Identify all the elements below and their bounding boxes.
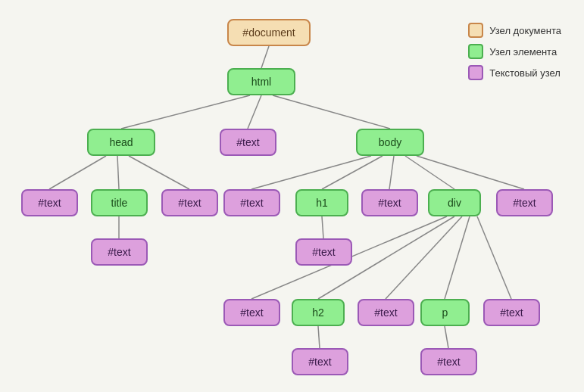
svg-line-10 (389, 156, 394, 189)
node-title: title (91, 189, 148, 216)
legend: Узел документа Узел элемента Текстовый у… (468, 23, 561, 80)
legend-text-box (468, 65, 483, 80)
node-text_h2: #text (292, 348, 348, 375)
svg-line-18 (477, 216, 511, 299)
legend-element: Узел элемента (468, 44, 561, 59)
svg-line-9 (322, 156, 383, 189)
svg-line-12 (417, 156, 524, 189)
node-html: html (227, 68, 295, 95)
node-div: div (428, 189, 481, 216)
legend-elem-box (468, 44, 483, 59)
node-text_p: #text (420, 348, 477, 375)
node-text_head1: #text (21, 189, 78, 216)
node-text_body3: #text (361, 189, 418, 216)
svg-line-8 (251, 156, 371, 189)
svg-line-20 (445, 326, 448, 348)
node-text_title: #text (91, 238, 148, 266)
legend-doc-box (468, 23, 483, 38)
svg-line-16 (386, 216, 462, 299)
node-text_div5: #text (483, 299, 540, 326)
node-h1: h1 (295, 189, 348, 216)
svg-line-17 (445, 216, 470, 299)
node-text_div1: #text (223, 299, 280, 326)
node-text_head3: #text (161, 189, 218, 216)
svg-line-2 (248, 95, 261, 129)
svg-line-5 (117, 156, 119, 189)
svg-line-19 (318, 326, 320, 348)
node-text_mid1: #text (220, 129, 276, 156)
legend-text-label: Текстовый узел (489, 67, 561, 79)
tree-diagram: #documenthtmlhead#textbody#texttitle#tex… (0, 0, 584, 392)
legend-elem-label: Узел элемента (489, 46, 557, 58)
legend-textnode: Текстовый узел (468, 65, 561, 80)
svg-line-1 (121, 95, 250, 129)
legend-document: Узел документа (468, 23, 561, 38)
node-text_body1: #text (223, 189, 280, 216)
svg-line-4 (49, 156, 106, 189)
node-h2: h2 (292, 299, 345, 326)
node-head: head (87, 129, 155, 156)
node-body: body (356, 129, 424, 156)
svg-line-13 (322, 216, 323, 238)
node-p: p (420, 299, 470, 326)
legend-doc-label: Узел документа (489, 25, 561, 36)
node-text_h1: #text (295, 238, 352, 266)
node-text_div3: #text (358, 299, 414, 326)
svg-line-3 (273, 95, 390, 129)
svg-line-6 (129, 156, 189, 189)
svg-line-0 (261, 46, 269, 68)
node-text_body5: #text (496, 189, 553, 216)
svg-line-11 (405, 156, 454, 189)
node-document: #document (227, 19, 311, 46)
